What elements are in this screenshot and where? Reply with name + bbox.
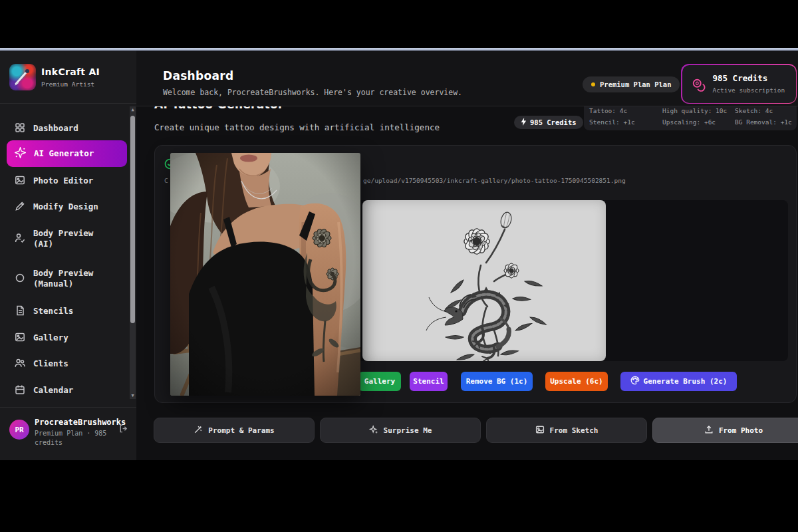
generator-content: AI Tattoo Generator Create unique tattoo… bbox=[136, 106, 798, 460]
screenshot-stage: InkCraft AI Premium Artist Dashboard bbox=[0, 0, 798, 532]
surprise-me-button[interactable]: Surprise Me bbox=[320, 418, 481, 443]
bolt-icon bbox=[521, 118, 527, 127]
sidebar-item-body-preview-ai[interactable]: Body Preview (AI) bbox=[7, 225, 127, 253]
price-upscaling: Upscaling: +6c bbox=[662, 118, 716, 126]
app-window: InkCraft AI Premium Artist Dashboard bbox=[0, 51, 798, 460]
app-title: InkCraft AI bbox=[41, 66, 100, 77]
generator-title: AI Tattoo Generator bbox=[154, 106, 284, 111]
sidebar-item-photo-editor[interactable]: Photo Editor bbox=[7, 171, 127, 191]
palette-icon bbox=[630, 376, 640, 387]
pencil-icon bbox=[15, 201, 25, 213]
price-tattoo: Tattoo: 4c bbox=[589, 107, 627, 114]
price-bg-removal: BG Removal: +1c bbox=[735, 118, 792, 126]
sidebar-item-stencils[interactable]: Stencils bbox=[7, 301, 127, 321]
sidebar-item-ai-generator[interactable]: AI Generator bbox=[7, 140, 127, 167]
calendar-icon bbox=[15, 384, 25, 397]
grid-icon bbox=[15, 122, 25, 135]
coins-icon bbox=[692, 78, 706, 95]
sidebar-item-calendar[interactable]: Calendar bbox=[7, 380, 127, 400]
people-icon bbox=[15, 358, 25, 370]
image-icon bbox=[15, 175, 25, 188]
inkcraft-logo-icon bbox=[9, 64, 36, 90]
user-name: ProcreateBrushworks bbox=[35, 418, 126, 427]
price-hq: High quality: 10c bbox=[662, 107, 727, 114]
plan-status-dot bbox=[591, 82, 595, 86]
remove-bg-button[interactable]: Remove BG (1c) bbox=[461, 372, 533, 391]
page-title: Dashboard bbox=[163, 69, 233, 82]
credits-amount: 985 Credits bbox=[713, 73, 768, 83]
upload-icon bbox=[704, 425, 714, 436]
sidebar-item-clients[interactable]: Clients bbox=[7, 354, 127, 374]
from-sketch-button[interactable]: From Sketch bbox=[486, 418, 647, 443]
gallery-action-button[interactable]: Gallery bbox=[358, 372, 401, 391]
credits-card[interactable]: 985 Credits Active subscription bbox=[681, 64, 797, 104]
prompt-params-button[interactable]: Prompt & Params bbox=[154, 418, 315, 443]
plan-badge[interactable]: Premium Plan Plan bbox=[583, 76, 680, 92]
app-tagline: Premium Artist bbox=[41, 80, 94, 88]
document-icon bbox=[15, 305, 25, 318]
image-icon bbox=[15, 332, 25, 344]
upscale-button[interactable]: Upscale (6c) bbox=[545, 372, 608, 391]
stencil-action-button[interactable]: Stencil bbox=[410, 372, 448, 391]
sparkles-icon bbox=[369, 425, 378, 436]
price-stencil: Stencil: +1c bbox=[589, 118, 635, 126]
wand-icon bbox=[194, 425, 203, 436]
sidebar-scrollbar-track[interactable]: ▲ ▼ bbox=[130, 106, 136, 399]
sparkles-icon bbox=[15, 147, 26, 160]
result-url-prefix: C bbox=[164, 177, 168, 184]
scrollbar-down-arrow[interactable]: ▼ bbox=[130, 393, 136, 398]
sidebar-item-gallery[interactable]: Gallery bbox=[7, 328, 127, 348]
pricing-panel: Tattoo: 4c High quality: 10c Sketch: 4c … bbox=[584, 106, 797, 130]
main-area: Dashboard Welcome back, ProcreateBrushwo… bbox=[136, 51, 798, 460]
price-sketch: Sketch: 4c bbox=[735, 107, 773, 114]
credits-status: Active subscription bbox=[713, 86, 785, 94]
sidebar-scrollbar-thumb[interactable] bbox=[130, 116, 135, 323]
sidebar-item-dashboard[interactable]: Dashboard bbox=[7, 118, 127, 138]
person-check-icon bbox=[15, 233, 25, 245]
page-header: Dashboard Welcome back, ProcreateBrushwo… bbox=[136, 51, 798, 106]
sidebar: InkCraft AI Premium Artist Dashboard bbox=[0, 51, 136, 460]
logo-area: InkCraft AI Premium Artist bbox=[0, 51, 136, 104]
generated-tattoo-image bbox=[362, 200, 606, 361]
page-subtitle: Welcome back, ProcreateBrushworks. Here'… bbox=[163, 88, 462, 97]
from-photo-button[interactable]: From Photo bbox=[652, 418, 798, 443]
result-url: ge/upload/v1750945503/inkcraft-gallery/p… bbox=[363, 177, 626, 184]
sidebar-item-modify-design[interactable]: Modify Design bbox=[7, 197, 127, 217]
logout-icon[interactable] bbox=[118, 424, 128, 436]
credits-pill: 985 Credits bbox=[514, 116, 583, 129]
sidebar-item-body-preview-manual[interactable]: Body Preview (Manual) bbox=[7, 265, 127, 293]
generator-subtitle: Create unique tattoo designs with artifi… bbox=[154, 122, 440, 132]
source-photo bbox=[170, 153, 360, 396]
avatar[interactable]: PR bbox=[9, 420, 29, 440]
circle-icon bbox=[15, 273, 25, 285]
image-icon bbox=[535, 425, 545, 436]
user-panel: PR ProcreateBrushworks Premium Plan · 98… bbox=[0, 407, 136, 460]
user-plan-meta: Premium Plan · 985 credits bbox=[35, 429, 114, 448]
generate-brush-button[interactable]: Generate Brush (2c) bbox=[620, 372, 737, 391]
scrollbar-up-arrow[interactable]: ▲ bbox=[130, 107, 136, 112]
